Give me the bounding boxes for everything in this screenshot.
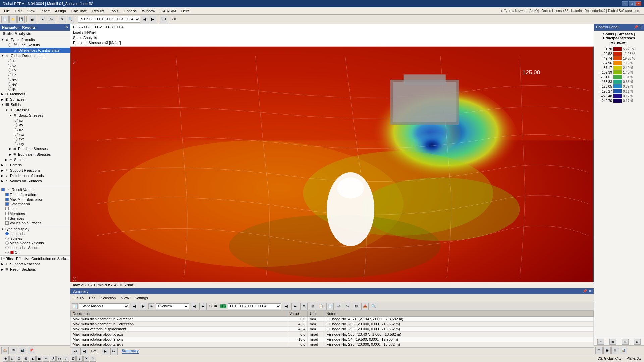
- sidebar-global-deformations[interactable]: ▼ ≋ Global Deformations: [0, 53, 70, 58]
- checkbox-maxmin[interactable]: [5, 198, 9, 201]
- expander-icon[interactable]: ▶: [1, 164, 3, 167]
- summary-prev-button[interactable]: ◀: [131, 303, 138, 310]
- sidebar-phiy[interactable]: φy: [0, 82, 70, 86]
- radio-tau-xz[interactable]: [15, 137, 18, 141]
- checkbox-surfaces-rv[interactable]: [5, 217, 9, 220]
- sidebar-members[interactable]: ▶ ⊟ Members: [0, 91, 70, 97]
- status-icon8[interactable]: ↺: [50, 356, 56, 362]
- expander-icon[interactable]: ▼: [1, 228, 4, 231]
- radio-phiy[interactable]: [8, 82, 11, 86]
- checkbox-lines[interactable]: [5, 207, 9, 210]
- checkbox-values-surfaces-rv[interactable]: [5, 221, 9, 225]
- expander-icon[interactable]: ▶: [1, 93, 3, 96]
- save-button[interactable]: 💾: [17, 16, 25, 23]
- new-button[interactable]: 📄: [1, 16, 9, 23]
- lc-prev-button[interactable]: ◀: [283, 303, 290, 310]
- summary-tb7[interactable]: ⊟: [353, 303, 360, 310]
- summary-tb8[interactable]: 📥: [361, 303, 369, 310]
- sidebar-mesh-nodes-solids[interactable]: Mesh Nodes - Solids: [0, 241, 70, 245]
- menu-results[interactable]: Results: [90, 8, 107, 14]
- radio-sigma-x[interactable]: [15, 119, 18, 122]
- sidebar-isolines[interactable]: Isolines: [0, 236, 70, 241]
- summary-tb3[interactable]: 📋: [318, 303, 325, 310]
- summary-close-icon[interactable]: ✕: [589, 289, 592, 293]
- sidebar-solids[interactable]: ▼ ⬛ Solids: [0, 102, 70, 107]
- 3d-viewport[interactable]: 125.00 Z X: [70, 47, 594, 282]
- sidebar-sigma-x[interactable]: σx: [0, 118, 70, 123]
- sidebar-sigma-z[interactable]: σz: [0, 127, 70, 132]
- legend-btn2[interactable]: ⊞: [609, 339, 616, 345]
- sidebar-stresses[interactable]: ▼ ≡ Stresses: [0, 107, 70, 113]
- zoom-button[interactable]: 🔍: [67, 16, 74, 23]
- summary-tb5[interactable]: ↩: [335, 303, 342, 310]
- print-button[interactable]: 🖨: [29, 16, 36, 23]
- expander-icon[interactable]: ▶: [1, 169, 3, 172]
- nav-first-button[interactable]: ⏮: [72, 348, 79, 355]
- legend-tb1[interactable]: ≡: [595, 347, 603, 354]
- sidebar-type-of-display[interactable]: ▼ Type of display: [0, 227, 70, 231]
- menu-calculate[interactable]: Calculate: [69, 8, 90, 14]
- legend-btn3[interactable]: ≋: [622, 339, 629, 345]
- redo-button[interactable]: ↪: [48, 16, 55, 23]
- expander-icon[interactable]: ▶: [9, 147, 11, 150]
- sidebar-differences-initial[interactable]: △ Differences to initial state: [0, 48, 70, 53]
- legend-btn4[interactable]: ⊟: [634, 339, 641, 345]
- table-row[interactable]: Maximum rotation about X-axis 0.0 mrad F…: [71, 332, 594, 337]
- sidebar-result-sections[interactable]: ▶ ⊟ Result Sections: [0, 267, 70, 272]
- 3d-view-button[interactable]: 3D: [160, 16, 167, 23]
- sidebar-tau-xy[interactable]: τxy: [0, 141, 70, 146]
- summary-edit[interactable]: Edit: [87, 296, 97, 300]
- radio-final-results[interactable]: [8, 43, 11, 47]
- expander-icon[interactable]: ▼: [5, 109, 8, 112]
- table-row[interactable]: Maximum vectorial displacement 43.4 mm F…: [71, 327, 594, 332]
- status-icon1[interactable]: ◉: [3, 356, 9, 362]
- close-button[interactable]: ✕: [635, 1, 641, 6]
- menu-cad-bim[interactable]: CAD-BIM: [158, 8, 178, 14]
- legend-tb2[interactable]: ◉: [603, 347, 611, 354]
- sidebar-sigma-y[interactable]: σy: [0, 123, 70, 127]
- sidebar-phix[interactable]: φx: [0, 77, 70, 82]
- menu-tools[interactable]: Tools: [107, 8, 121, 14]
- sidebar-isobands[interactable]: Isobands: [0, 231, 70, 236]
- table-row[interactable]: Maximum rotation about Z-axis 0.0 mrad F…: [71, 342, 594, 347]
- legend-btn1[interactable]: ≡: [597, 339, 604, 345]
- menu-view[interactable]: View: [24, 8, 38, 14]
- radio-mesh-nodes-solids[interactable]: [5, 241, 9, 245]
- expander-icon[interactable]: ▶: [1, 98, 3, 101]
- status-icon2[interactable]: □: [9, 356, 15, 362]
- summary-lc-combo[interactable]: LC1 + LC2 + LC3 + LC4: [228, 303, 281, 309]
- summary-tb2[interactable]: ⊞: [309, 303, 316, 310]
- open-button[interactable]: 📁: [9, 16, 17, 23]
- summary-analysis-combo[interactable]: Static Analysis: [79, 303, 129, 309]
- summary-tb1[interactable]: ⊕: [300, 303, 308, 310]
- sidebar-ux[interactable]: ux: [0, 63, 70, 68]
- sidebar-close-icon[interactable]: ✕: [65, 25, 68, 29]
- sidebar-final-results[interactable]: 🏁 Final Results: [0, 42, 70, 48]
- summary-selection[interactable]: Selection: [99, 296, 118, 300]
- radio-isolines[interactable]: [5, 237, 9, 240]
- sidebar-maxmin-information[interactable]: Max Min Information: [0, 197, 70, 202]
- status-icon5[interactable]: ▲: [30, 356, 36, 362]
- sidebar-tau-yz[interactable]: τyz: [0, 132, 70, 137]
- sidebar-values-surfaces[interactable]: ▶ * Values on Surfaces: [0, 178, 70, 184]
- expander-icon[interactable]: ▶: [5, 158, 7, 161]
- summary-view[interactable]: View: [119, 296, 131, 300]
- expander-icon[interactable]: ▼: [1, 103, 4, 106]
- sidebar-uz[interactable]: uz: [0, 72, 70, 77]
- summary-tab[interactable]: Summary: [122, 349, 139, 354]
- expander-icon[interactable]: ▶: [1, 263, 3, 266]
- menu-insert[interactable]: Insert: [38, 8, 52, 14]
- menu-window[interactable]: Window: [139, 8, 158, 14]
- load-case-combo[interactable]: S Ch CO2 LC1 + LC2 + LC3 + LC4: [78, 16, 140, 23]
- expander-icon[interactable]: ▼: [1, 54, 4, 57]
- radio-ux[interactable]: [8, 64, 11, 67]
- radio-uy[interactable]: [8, 68, 11, 72]
- sidebar-pin-button[interactable]: 📌: [28, 347, 35, 354]
- summary-tb9[interactable]: 🔍: [370, 303, 377, 310]
- status-close2[interactable]: ✕: [90, 356, 96, 362]
- radio-phiz[interactable]: [8, 87, 11, 90]
- legend-close-icon[interactable]: ✕: [639, 25, 642, 29]
- sidebar-uy[interactable]: uy: [0, 68, 70, 72]
- table-row[interactable]: Maximum displacement in Y-direction 0.0 …: [71, 317, 594, 322]
- expander-icon[interactable]: ▼: [1, 38, 4, 41]
